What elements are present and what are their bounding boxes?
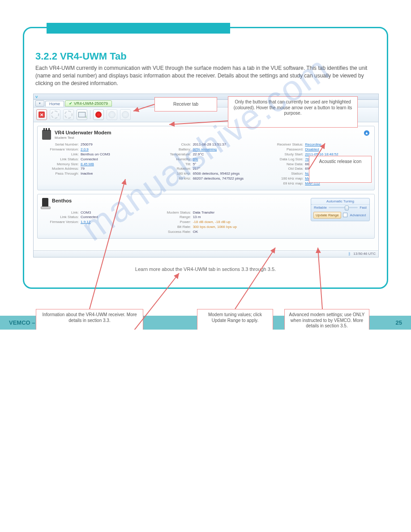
close-button[interactable]: ✕ — [36, 109, 47, 120]
vr4-title: VR4 Underwater Modem — [55, 130, 111, 135]
benthos-panel: Benthos Automatic Tuning Reliable Fast U… — [37, 194, 375, 239]
record-button[interactable] — [93, 109, 104, 120]
disabled-button — [107, 109, 117, 120]
vr4-subtitle: Modem Test — [55, 136, 111, 140]
intro-text: Each VR4-UWM currently in communication … — [35, 64, 376, 87]
slider-thumb[interactable] — [345, 206, 349, 210]
vr4-device-icon — [42, 130, 51, 140]
callout-acoustic-icon: Acoustic release icon — [309, 156, 372, 183]
device-tab-label: VR4-UWM-250079 — [74, 101, 108, 106]
status-time: 13:50:46 UTC — [353, 252, 376, 256]
check-icon: ✔ — [69, 101, 73, 106]
learn-more-text: Learn more about the VR4-UWM tab in sect… — [33, 266, 378, 272]
header-tab — [47, 23, 230, 34]
tab-dropdown[interactable]: ▾ — [35, 100, 44, 107]
benthos-col1: Link:COM3 Link Status:Connected Firmware… — [42, 210, 146, 235]
callout-tuning: Modem tuning values; click Update Range … — [197, 309, 273, 330]
status-bar: ᛒ 13:50:46 UTC — [34, 250, 378, 257]
circle-icon — [122, 111, 129, 118]
acoustic-release-icon[interactable] — [364, 130, 370, 136]
bluetooth-icon: ᛒ — [348, 252, 351, 256]
update-range-button[interactable]: Update Range — [313, 212, 341, 219]
callout-toolbar: Only the buttons that can currently be u… — [228, 96, 358, 128]
monitor-download-icon — [78, 112, 86, 117]
vr4-col1: Serial Number:250079 Firmware Version:2.… — [42, 142, 146, 186]
benthos-title: Benthos — [52, 198, 72, 203]
download-button[interactable] — [77, 109, 87, 120]
circle-icon — [108, 111, 116, 118]
advanced-label[interactable]: Advanced — [350, 213, 366, 217]
gear2-button — [63, 109, 74, 120]
gear-button — [50, 109, 60, 120]
tuning-header: Automatic Tuning — [311, 198, 369, 205]
vr4-col2: Clock:2011-06-28 13:51:37 Battery:97% re… — [154, 142, 258, 186]
reliable-label: Reliable — [314, 206, 327, 210]
tuning-box: Automatic Tuning Reliable Fast Update Ra… — [311, 198, 370, 221]
home-tab[interactable]: Home — [45, 101, 64, 107]
benthos-device-icon — [42, 198, 48, 208]
callout-tab: Receiver tab — [154, 97, 217, 112]
fast-label: Fast — [360, 206, 367, 210]
footer-page: 25 — [396, 319, 402, 326]
record-icon — [95, 112, 102, 118]
close-icon: ✕ — [39, 112, 45, 118]
device-tab[interactable]: ✔VR4-UWM-250079 — [65, 100, 112, 107]
disabled-button2 — [120, 109, 131, 120]
advanced-checkbox[interactable] — [343, 213, 347, 217]
callout-advanced: Advanced modem settings; use ONLY when i… — [284, 309, 369, 330]
gear-icon — [51, 111, 59, 119]
callout-vr4-info: Information about the VR4-UWM receiver. … — [36, 309, 143, 330]
tuning-slider[interactable] — [329, 207, 358, 208]
gear-icon — [64, 111, 73, 119]
section-title: 3.2.2 VR4-UWM Tab — [35, 51, 378, 62]
benthos-col2: Modem Status:Data Transfer Range:13 m Po… — [154, 210, 258, 235]
